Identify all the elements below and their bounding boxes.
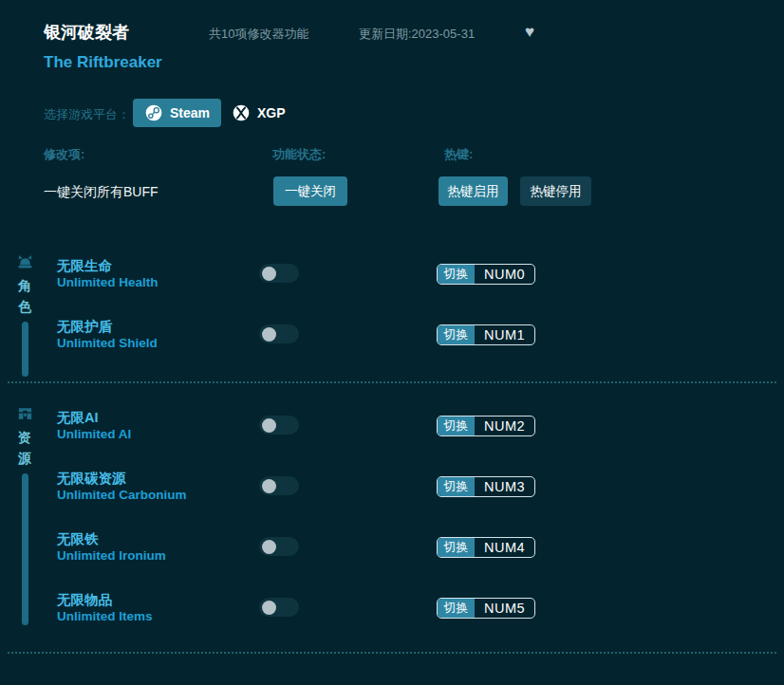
feature-title-cn: 无限碳资源: [57, 470, 126, 488]
hotkey-toggle-label[interactable]: 切换: [438, 265, 475, 284]
hotkey-control[interactable]: 切换 NUM4: [437, 537, 535, 558]
feature-title-en: Unlimited Carbonium: [57, 488, 187, 502]
trainer-window: 银河破裂者 共10项修改器功能 更新日期:2023-05-31 ♥ The Ri…: [0, 0, 784, 685]
feature-title-en: Unlimited Health: [57, 275, 159, 289]
section-label-char: 角: [18, 275, 31, 296]
hotkey-control[interactable]: 切换 NUM3: [437, 476, 535, 497]
hotkey-key[interactable]: NUM2: [475, 417, 534, 435]
feature-title-en: Unlimited Ironium: [57, 548, 166, 563]
hotkey-toggle-label[interactable]: 切换: [438, 417, 475, 435]
section-label-char: 色: [18, 296, 31, 317]
chest-icon: [15, 404, 35, 423]
hotkey-control[interactable]: 切换 NUM0: [437, 264, 535, 285]
hotkey-control[interactable]: 切换 NUM2: [437, 416, 535, 436]
feature-title-cn: 无限铁: [57, 530, 99, 548]
feature-toggle[interactable]: [259, 476, 299, 495]
feature-row: 无限生命 Unlimited Health 切换 NUM0: [57, 251, 784, 312]
section-resources: 资 源 无限AI Unlimited AI 切换 NUM2 无限碳资源 Unli…: [0, 403, 784, 646]
feature-title-cn: 无限护盾: [57, 318, 112, 336]
feature-title-cn: 无限AI: [57, 409, 99, 427]
toggle-knob: [262, 327, 276, 342]
hotkey-key[interactable]: NUM4: [475, 538, 534, 557]
feature-toggle[interactable]: [259, 537, 299, 556]
game-title-cn: 银河破裂者: [44, 21, 129, 44]
platform-option-xgp[interactable]: XGP: [220, 99, 297, 127]
toggle-knob: [262, 267, 276, 281]
hotkey-toggle-label[interactable]: 切换: [438, 538, 475, 557]
section-label-char: 资: [18, 427, 31, 448]
column-header-modifier: 修改项:: [44, 146, 84, 163]
toggle-knob: [262, 418, 276, 433]
feature-title-en: Unlimited AI: [57, 427, 131, 441]
hotkey-toggle-label[interactable]: 切换: [438, 477, 475, 496]
hotkey-control[interactable]: 切换 NUM5: [437, 598, 535, 619]
feature-title-en: Unlimited Items: [57, 609, 153, 623]
feature-count: 共10项修改器功能: [209, 26, 308, 43]
hotkey-toggle-label[interactable]: 切换: [438, 325, 475, 344]
platform-option-label: XGP: [257, 105, 286, 120]
feature-title-cn: 无限物品: [57, 591, 112, 609]
platform-select-label: 选择游戏平台：: [44, 106, 130, 123]
game-title-en: The Riftbreaker: [44, 53, 162, 72]
bottom-divider: [8, 652, 776, 654]
feature-title-cn: 无限生命: [57, 257, 112, 275]
feature-row: 无限物品 Unlimited Items 切换 NUM5: [57, 585, 784, 646]
feature-toggle[interactable]: [259, 416, 299, 435]
feature-toggle[interactable]: [259, 324, 299, 343]
section-label-char: 源: [18, 448, 31, 469]
column-header-hotkey: 热键:: [444, 146, 473, 163]
steam-icon: [144, 103, 163, 122]
section-rail-bar: [22, 473, 28, 625]
hotkey-key[interactable]: NUM0: [475, 265, 534, 284]
section-divider: [8, 381, 776, 383]
hotkey-toggle-label[interactable]: 切换: [438, 599, 475, 618]
feature-row: 无限护盾 Unlimited Shield 切换 NUM1: [57, 312, 784, 373]
section-rail: 资 源: [13, 404, 36, 625]
hotkey-key[interactable]: NUM3: [475, 477, 534, 496]
feature-row: 无限铁 Unlimited Ironium 切换 NUM4: [57, 525, 784, 585]
feature-row: 无限碳资源 Unlimited Carbonium 切换 NUM3: [57, 464, 784, 525]
feature-toggle[interactable]: [259, 264, 299, 283]
hotkey-disable-button[interactable]: 热键停用: [520, 176, 591, 206]
heart-icon[interactable]: ♥: [525, 23, 534, 42]
toggle-knob: [262, 540, 276, 554]
xbox-icon: [232, 103, 251, 122]
column-header-status: 功能状态:: [272, 146, 326, 163]
section-rail: 角 色: [13, 252, 36, 377]
platform-option-steam[interactable]: Steam: [133, 99, 221, 127]
toggle-knob: [262, 479, 276, 493]
close-all-button[interactable]: 一键关闭: [273, 176, 347, 206]
toggle-knob: [262, 601, 276, 615]
update-date: 更新日期:2023-05-31: [359, 26, 475, 43]
helmet-icon: [15, 252, 35, 271]
section-character: 角 色 无限生命 Unlimited Health 切换 NUM0 无限护盾 U…: [0, 251, 784, 373]
platform-option-label: Steam: [170, 105, 210, 120]
hotkey-key[interactable]: NUM1: [475, 325, 534, 344]
feature-toggle[interactable]: [259, 598, 299, 617]
close-all-buff-label: 一键关闭所有BUFF: [44, 184, 159, 201]
hotkey-control[interactable]: 切换 NUM1: [437, 324, 535, 345]
feature-title-en: Unlimited Shield: [57, 336, 158, 350]
feature-row: 无限AI Unlimited AI 切换 NUM2: [57, 403, 784, 464]
hotkey-key[interactable]: NUM5: [475, 599, 534, 618]
hotkey-enable-button[interactable]: 热键启用: [439, 176, 508, 206]
section-rail-bar: [22, 322, 28, 377]
